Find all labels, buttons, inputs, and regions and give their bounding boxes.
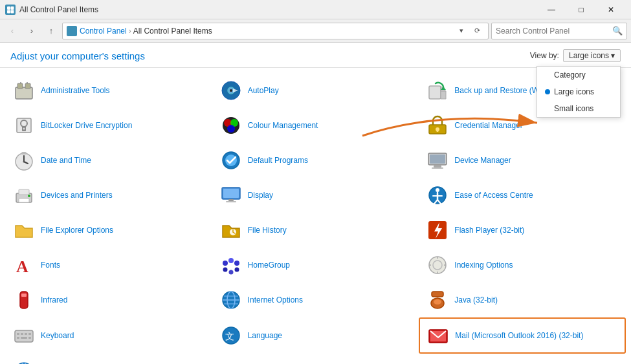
svg-rect-79 bbox=[21, 333, 23, 335]
file-history-label: File History bbox=[248, 226, 287, 235]
file-history-icon bbox=[219, 219, 243, 242]
svg-rect-1 bbox=[11, 6, 14, 10]
forward-button[interactable]: › bbox=[23, 23, 40, 39]
app-icon bbox=[5, 5, 16, 15]
fonts-label: Fonts bbox=[41, 261, 60, 270]
address-part-2: All Control Panel Items bbox=[133, 27, 212, 36]
item-default-programs[interactable]: Default Programs bbox=[212, 143, 419, 178]
mail-label: Mail (Microsoft Outlook 2016) (32-bit) bbox=[455, 331, 583, 340]
flash-player-icon bbox=[426, 219, 449, 242]
fonts-icon: A bbox=[12, 253, 36, 277]
default-programs-icon bbox=[219, 149, 243, 172]
view-by-dropdown-menu: Category Large icons Small icons bbox=[537, 66, 621, 118]
chevron-down-icon: ▾ bbox=[611, 51, 615, 60]
address-dropdown-button[interactable]: ▾ bbox=[454, 24, 469, 38]
keyboard-icon bbox=[12, 324, 36, 347]
svg-rect-2 bbox=[7, 10, 10, 13]
view-by-button[interactable]: Large icons ▾ bbox=[563, 49, 621, 62]
search-icon: 🔍 bbox=[612, 26, 623, 36]
svg-rect-6 bbox=[25, 83, 30, 89]
administrative-tools-icon bbox=[12, 79, 36, 102]
up-button[interactable]: ↑ bbox=[43, 23, 60, 39]
item-keyboard[interactable]: Keyboard bbox=[5, 317, 212, 354]
item-internet-options[interactable]: Internet Options bbox=[212, 283, 419, 317]
credential-manager-icon bbox=[426, 114, 449, 137]
language-label: Language bbox=[248, 331, 282, 340]
address-icon bbox=[67, 26, 77, 36]
item-fonts[interactable]: A Fonts bbox=[5, 248, 212, 283]
item-homegroup[interactable]: HomeGroup bbox=[212, 248, 419, 283]
svg-rect-83 bbox=[21, 337, 27, 339]
item-infrared[interactable]: Infrared bbox=[5, 283, 212, 317]
search-box: 🔍 bbox=[491, 23, 627, 39]
svg-text:A: A bbox=[16, 257, 28, 276]
flash-player-label: Flash Player (32-bit) bbox=[454, 226, 524, 235]
item-devices-printers[interactable]: Devices and Printers bbox=[5, 178, 212, 213]
svg-rect-25 bbox=[437, 129, 439, 132]
item-indexing-options[interactable]: Indexing Options bbox=[419, 248, 626, 283]
item-device-manager[interactable]: Device Manager bbox=[419, 143, 626, 178]
item-display[interactable]: Display bbox=[212, 178, 419, 213]
homegroup-icon bbox=[219, 253, 243, 277]
dropdown-item-large-icons[interactable]: Large icons bbox=[537, 83, 620, 100]
display-icon bbox=[219, 184, 243, 207]
svg-point-58 bbox=[223, 268, 227, 272]
view-by-value: Large icons bbox=[569, 51, 609, 60]
minimize-button[interactable]: — bbox=[537, 0, 566, 19]
item-colour-management[interactable]: Colour Management bbox=[212, 108, 419, 143]
maximize-button[interactable]: □ bbox=[566, 0, 596, 19]
refresh-button[interactable]: ⟳ bbox=[470, 24, 484, 38]
svg-rect-34 bbox=[430, 155, 445, 164]
item-administrative-tools[interactable]: Administrative Tools bbox=[5, 73, 212, 108]
dropdown-label-category: Category bbox=[554, 70, 586, 80]
ease-of-access-label: Ease of Access Centre bbox=[454, 191, 533, 200]
dropdown-label-small-icons: Small icons bbox=[554, 104, 593, 113]
address-part-1[interactable]: Control Panel bbox=[80, 27, 127, 36]
svg-text:文: 文 bbox=[225, 332, 234, 341]
item-bitlocker[interactable]: BitLocker Drive Encryption bbox=[5, 108, 212, 143]
svg-rect-42 bbox=[223, 189, 239, 198]
indexing-options-icon bbox=[426, 253, 449, 277]
svg-point-57 bbox=[228, 258, 234, 263]
svg-rect-77 bbox=[15, 330, 33, 342]
svg-point-76 bbox=[434, 299, 441, 305]
title-bar: All Control Panel Items — □ ✕ bbox=[0, 0, 631, 19]
date-time-label: Date and Time bbox=[41, 156, 91, 165]
item-flash-player[interactable]: Flash Player (32-bit) bbox=[419, 213, 626, 248]
search-input[interactable] bbox=[496, 27, 612, 36]
item-autoplay[interactable]: AutoPlay bbox=[212, 73, 419, 108]
svg-rect-4 bbox=[16, 87, 32, 99]
main-header: Adjust your computer's settings View by:… bbox=[0, 43, 631, 67]
item-file-explorer-options[interactable]: File Explorer Options bbox=[5, 213, 212, 248]
page-title: Adjust your computer's settings bbox=[10, 50, 145, 61]
dropdown-item-small-icons[interactable]: Small icons bbox=[537, 100, 620, 117]
svg-rect-43 bbox=[228, 199, 234, 201]
colour-management-icon bbox=[219, 114, 243, 137]
dropdown-item-category[interactable]: Category bbox=[537, 67, 620, 83]
credential-manager-label: Credential Manager bbox=[454, 121, 522, 130]
devices-printers-icon bbox=[12, 184, 36, 207]
display-label: Display bbox=[248, 191, 273, 200]
svg-rect-3 bbox=[11, 10, 14, 13]
item-java[interactable]: Java (32-bit) bbox=[419, 283, 626, 317]
item-date-time[interactable]: Date and Time bbox=[5, 143, 212, 178]
item-network-sharing[interactable]: Network and Sharing... bbox=[5, 354, 212, 364]
close-button[interactable]: ✕ bbox=[596, 0, 626, 19]
ease-of-access-icon bbox=[426, 184, 449, 207]
item-mail[interactable]: Mail (Microsoft Outlook 2016) (32-bit) bbox=[419, 317, 626, 354]
item-ease-of-access[interactable]: Ease of Access Centre bbox=[419, 178, 626, 213]
nav-bar: ‹ › ↑ Control Panel › All Control Panel … bbox=[0, 19, 631, 43]
item-language[interactable]: 文 Language bbox=[212, 317, 419, 354]
back-button[interactable]: ‹ bbox=[4, 23, 21, 39]
language-icon: 文 bbox=[219, 324, 243, 347]
dropdown-selected-dot bbox=[545, 89, 550, 94]
svg-point-40 bbox=[28, 195, 30, 197]
svg-rect-13 bbox=[429, 86, 441, 99]
svg-rect-44 bbox=[226, 201, 236, 202]
svg-rect-0 bbox=[7, 6, 10, 10]
infrared-icon bbox=[12, 288, 36, 312]
svg-rect-68 bbox=[21, 294, 27, 297]
internet-options-label: Internet Options bbox=[248, 295, 303, 305]
item-file-history[interactable]: File History bbox=[212, 213, 419, 248]
homegroup-label: HomeGroup bbox=[248, 261, 290, 270]
